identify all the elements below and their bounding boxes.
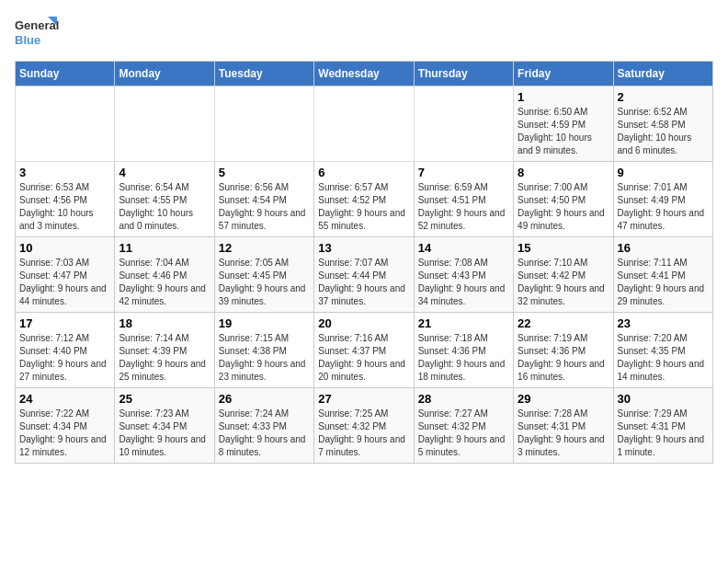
header: General Blue <box>15 15 713 52</box>
day-number: 2 <box>618 90 709 104</box>
day-info: Sunrise: 7:07 AMSunset: 4:44 PMDaylight:… <box>318 257 409 308</box>
day-info: Sunrise: 7:19 AMSunset: 4:36 PMDaylight:… <box>518 332 609 384</box>
day-number: 5 <box>219 166 310 179</box>
day-info: Sunrise: 7:04 AMSunset: 4:46 PMDaylight:… <box>119 257 210 308</box>
day-info: Sunrise: 7:15 AMSunset: 4:38 PMDaylight:… <box>219 332 310 384</box>
day-info: Sunrise: 7:14 AMSunset: 4:39 PMDaylight:… <box>119 332 210 384</box>
day-info: Sunrise: 7:29 AMSunset: 4:31 PMDaylight:… <box>618 408 709 459</box>
day-number: 1 <box>518 90 609 104</box>
week-row-3: 10Sunrise: 7:03 AMSunset: 4:47 PMDayligh… <box>16 237 713 313</box>
day-cell: 1Sunrise: 6:50 AMSunset: 4:59 PMDaylight… <box>514 86 613 162</box>
day-info: Sunrise: 7:24 AMSunset: 4:33 PMDaylight:… <box>219 408 310 459</box>
day-number: 28 <box>418 392 509 406</box>
day-cell: 17Sunrise: 7:12 AMSunset: 4:40 PMDayligh… <box>16 313 115 388</box>
day-cell: 7Sunrise: 6:59 AMSunset: 4:51 PMDaylight… <box>414 162 513 237</box>
day-number: 27 <box>318 392 409 406</box>
day-cell <box>414 86 513 162</box>
day-cell: 16Sunrise: 7:11 AMSunset: 4:41 PMDayligh… <box>613 237 712 313</box>
week-row-4: 17Sunrise: 7:12 AMSunset: 4:40 PMDayligh… <box>16 313 713 388</box>
day-info: Sunrise: 7:12 AMSunset: 4:40 PMDaylight:… <box>19 332 110 384</box>
day-number: 23 <box>618 316 709 330</box>
day-number: 4 <box>119 166 210 179</box>
day-cell: 29Sunrise: 7:28 AMSunset: 4:31 PMDayligh… <box>514 388 613 464</box>
header-row: SundayMondayTuesdayWednesdayThursdayFrid… <box>16 62 713 86</box>
day-info: Sunrise: 7:00 AMSunset: 4:50 PMDaylight:… <box>518 181 609 233</box>
col-header-friday: Friday <box>514 62 613 86</box>
day-cell: 27Sunrise: 7:25 AMSunset: 4:32 PMDayligh… <box>314 388 414 464</box>
day-number: 15 <box>518 241 609 255</box>
col-header-monday: Monday <box>115 62 214 86</box>
day-cell: 6Sunrise: 6:57 AMSunset: 4:52 PMDaylight… <box>314 162 414 237</box>
day-cell <box>214 86 313 162</box>
day-cell: 23Sunrise: 7:20 AMSunset: 4:35 PMDayligh… <box>613 313 712 388</box>
day-number: 25 <box>119 392 210 406</box>
day-cell: 5Sunrise: 6:56 AMSunset: 4:54 PMDaylight… <box>214 162 313 237</box>
day-cell: 14Sunrise: 7:08 AMSunset: 4:43 PMDayligh… <box>414 237 513 313</box>
day-cell: 21Sunrise: 7:18 AMSunset: 4:36 PMDayligh… <box>414 313 513 388</box>
day-cell: 19Sunrise: 7:15 AMSunset: 4:38 PMDayligh… <box>214 313 313 388</box>
day-info: Sunrise: 6:50 AMSunset: 4:59 PMDaylight:… <box>518 106 609 157</box>
day-number: 19 <box>219 316 310 330</box>
day-info: Sunrise: 7:25 AMSunset: 4:32 PMDaylight:… <box>318 408 409 459</box>
day-number: 13 <box>318 241 409 255</box>
col-header-tuesday: Tuesday <box>214 62 313 86</box>
day-cell: 9Sunrise: 7:01 AMSunset: 4:49 PMDaylight… <box>613 162 712 237</box>
day-cell: 8Sunrise: 7:00 AMSunset: 4:50 PMDaylight… <box>514 162 613 237</box>
day-number: 22 <box>518 316 609 330</box>
day-info: Sunrise: 7:08 AMSunset: 4:43 PMDaylight:… <box>418 257 509 308</box>
day-info: Sunrise: 7:28 AMSunset: 4:31 PMDaylight:… <box>518 408 609 459</box>
day-info: Sunrise: 7:01 AMSunset: 4:49 PMDaylight:… <box>618 181 709 233</box>
day-cell <box>115 86 214 162</box>
calendar-table: SundayMondayTuesdayWednesdayThursdayFrid… <box>15 61 713 464</box>
day-cell: 24Sunrise: 7:22 AMSunset: 4:34 PMDayligh… <box>16 388 115 464</box>
day-number: 17 <box>19 316 110 330</box>
day-cell: 26Sunrise: 7:24 AMSunset: 4:33 PMDayligh… <box>214 388 313 464</box>
day-cell: 11Sunrise: 7:04 AMSunset: 4:46 PMDayligh… <box>115 237 214 313</box>
day-cell: 10Sunrise: 7:03 AMSunset: 4:47 PMDayligh… <box>16 237 115 313</box>
day-number: 3 <box>19 166 110 179</box>
day-number: 10 <box>19 241 110 255</box>
day-cell: 28Sunrise: 7:27 AMSunset: 4:32 PMDayligh… <box>414 388 513 464</box>
day-number: 20 <box>318 316 409 330</box>
day-info: Sunrise: 6:57 AMSunset: 4:52 PMDaylight:… <box>318 181 409 233</box>
day-info: Sunrise: 6:53 AMSunset: 4:56 PMDaylight:… <box>19 181 110 233</box>
day-info: Sunrise: 7:11 AMSunset: 4:41 PMDaylight:… <box>618 257 709 308</box>
day-number: 12 <box>219 241 310 255</box>
day-cell: 2Sunrise: 6:52 AMSunset: 4:58 PMDaylight… <box>613 86 712 162</box>
day-cell: 30Sunrise: 7:29 AMSunset: 4:31 PMDayligh… <box>613 388 712 464</box>
day-cell: 20Sunrise: 7:16 AMSunset: 4:37 PMDayligh… <box>314 313 414 388</box>
day-info: Sunrise: 6:59 AMSunset: 4:51 PMDaylight:… <box>418 181 509 233</box>
logo-svg: General Blue <box>15 15 61 52</box>
day-cell <box>314 86 414 162</box>
col-header-saturday: Saturday <box>613 62 712 86</box>
day-number: 26 <box>219 392 310 406</box>
day-info: Sunrise: 7:05 AMSunset: 4:45 PMDaylight:… <box>219 257 310 308</box>
col-header-sunday: Sunday <box>16 62 115 86</box>
week-row-5: 24Sunrise: 7:22 AMSunset: 4:34 PMDayligh… <box>16 388 713 464</box>
day-cell <box>16 86 115 162</box>
week-row-2: 3Sunrise: 6:53 AMSunset: 4:56 PMDaylight… <box>16 162 713 237</box>
day-cell: 25Sunrise: 7:23 AMSunset: 4:34 PMDayligh… <box>115 388 214 464</box>
day-cell: 12Sunrise: 7:05 AMSunset: 4:45 PMDayligh… <box>214 237 313 313</box>
day-number: 6 <box>318 166 409 179</box>
day-info: Sunrise: 7:16 AMSunset: 4:37 PMDaylight:… <box>318 332 409 384</box>
day-info: Sunrise: 7:03 AMSunset: 4:47 PMDaylight:… <box>19 257 110 308</box>
day-number: 14 <box>418 241 509 255</box>
day-info: Sunrise: 7:27 AMSunset: 4:32 PMDaylight:… <box>418 408 509 459</box>
day-info: Sunrise: 6:54 AMSunset: 4:55 PMDaylight:… <box>119 181 210 233</box>
day-cell: 13Sunrise: 7:07 AMSunset: 4:44 PMDayligh… <box>314 237 414 313</box>
day-cell: 15Sunrise: 7:10 AMSunset: 4:42 PMDayligh… <box>514 237 613 313</box>
day-info: Sunrise: 7:18 AMSunset: 4:36 PMDaylight:… <box>418 332 509 384</box>
day-info: Sunrise: 6:56 AMSunset: 4:54 PMDaylight:… <box>219 181 310 233</box>
col-header-wednesday: Wednesday <box>314 62 414 86</box>
day-info: Sunrise: 6:52 AMSunset: 4:58 PMDaylight:… <box>618 106 709 157</box>
day-number: 8 <box>518 166 609 179</box>
day-number: 24 <box>19 392 110 406</box>
col-header-thursday: Thursday <box>414 62 513 86</box>
day-info: Sunrise: 7:20 AMSunset: 4:35 PMDaylight:… <box>618 332 709 384</box>
day-cell: 18Sunrise: 7:14 AMSunset: 4:39 PMDayligh… <box>115 313 214 388</box>
day-info: Sunrise: 7:10 AMSunset: 4:42 PMDaylight:… <box>518 257 609 308</box>
day-number: 16 <box>618 241 709 255</box>
week-row-1: 1Sunrise: 6:50 AMSunset: 4:59 PMDaylight… <box>16 86 713 162</box>
day-cell: 3Sunrise: 6:53 AMSunset: 4:56 PMDaylight… <box>16 162 115 237</box>
